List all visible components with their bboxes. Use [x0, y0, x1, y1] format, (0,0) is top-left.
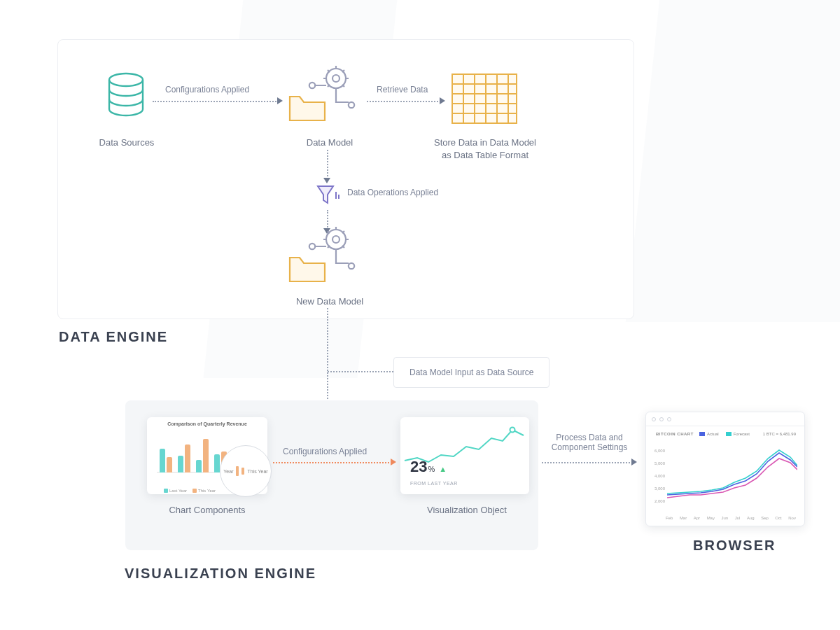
browser-legend: Actual Forecast — [699, 432, 750, 436]
connector — [327, 308, 328, 407]
database-icon — [105, 71, 147, 123]
svg-point-9 — [349, 263, 354, 269]
browser-title: BROWSER — [693, 538, 776, 554]
connector — [153, 101, 279, 102]
trend-up-icon: ▲ — [439, 465, 447, 473]
connector — [367, 101, 441, 102]
connector-orange — [273, 462, 392, 463]
chart-card-title: Comparison of Quarterly Revenue — [147, 417, 267, 426]
edge-data-ops: Data Operations Applied — [347, 188, 438, 197]
viz-engine-title: VISUALIZATION ENGINE — [125, 566, 316, 582]
arrow-right-icon — [440, 97, 445, 104]
window-dot-icon — [667, 417, 671, 421]
arrow-right-icon — [631, 458, 637, 465]
svg-point-7 — [332, 236, 340, 243]
connector — [327, 150, 328, 179]
svg-point-3 — [309, 83, 315, 88]
browser-chart — [667, 442, 797, 512]
store-table-label: Store Data in Data Model as Data Table F… — [428, 136, 542, 162]
data-model-icon — [286, 60, 363, 125]
edge-config-applied-1: Configurations Applied — [165, 85, 249, 94]
edge-config-applied-2: Configurations Applied — [283, 447, 367, 456]
legend-last-year: Last Year — [169, 489, 187, 493]
connector — [542, 462, 633, 463]
browser-titlebar — [646, 412, 804, 426]
svg-point-10 — [510, 428, 515, 433]
svg-point-4 — [349, 102, 354, 108]
svg-point-0 — [109, 74, 143, 86]
data-model-input-pill: Data Model Input as Data Source — [393, 357, 550, 388]
new-data-model-icon — [286, 221, 363, 286]
connector — [328, 371, 393, 372]
edge-retrieve-data: Retrieve Data — [377, 85, 428, 94]
browser-chart-title: BITCOIN CHART — [656, 432, 694, 436]
browser-right-tag: 1 BTC = 6,481.99 — [763, 432, 796, 436]
chart-components-label: Chart Components — [158, 504, 256, 517]
arrow-down-icon — [323, 178, 330, 183]
data-table-icon — [451, 73, 518, 125]
window-dot-icon — [652, 417, 656, 421]
svg-point-8 — [309, 244, 315, 249]
arrow-right-icon — [391, 458, 396, 465]
viz-value: 23%▲ — [410, 458, 447, 476]
browser-window: BITCOIN CHART Actual Forecast 1 BTC = 6,… — [645, 412, 805, 526]
magnifier-icon: Year This Year — [220, 445, 272, 497]
svg-rect-5 — [452, 74, 517, 123]
viz-object-card: 23%▲ FROM LAST YEAR — [400, 417, 529, 494]
browser-y-axis: 6,0005,0004,0003,0002,000 — [654, 444, 665, 507]
data-engine-title: DATA ENGINE — [59, 329, 168, 345]
chart-components-card: Comparison of Quarterly Revenue Last Yea… — [147, 417, 267, 494]
svg-point-2 — [332, 75, 340, 82]
viz-caption: FROM LAST YEAR — [410, 481, 458, 486]
new-data-model-label: New Data Model — [291, 295, 368, 308]
data-model-label: Data Model — [298, 136, 361, 149]
data-sources-label: Data Sources — [93, 136, 160, 149]
arrow-right-icon — [277, 97, 283, 104]
filter-icon — [315, 183, 340, 207]
viz-object-label: Visualization Object — [414, 504, 519, 517]
edge-process-settings: Process Data and Component Settings — [546, 433, 633, 452]
browser-x-axis: FebMarAprMayJunJulAugSepOctNov — [666, 516, 796, 520]
window-dot-icon — [659, 417, 664, 421]
legend-this-year: This Year — [198, 489, 216, 493]
